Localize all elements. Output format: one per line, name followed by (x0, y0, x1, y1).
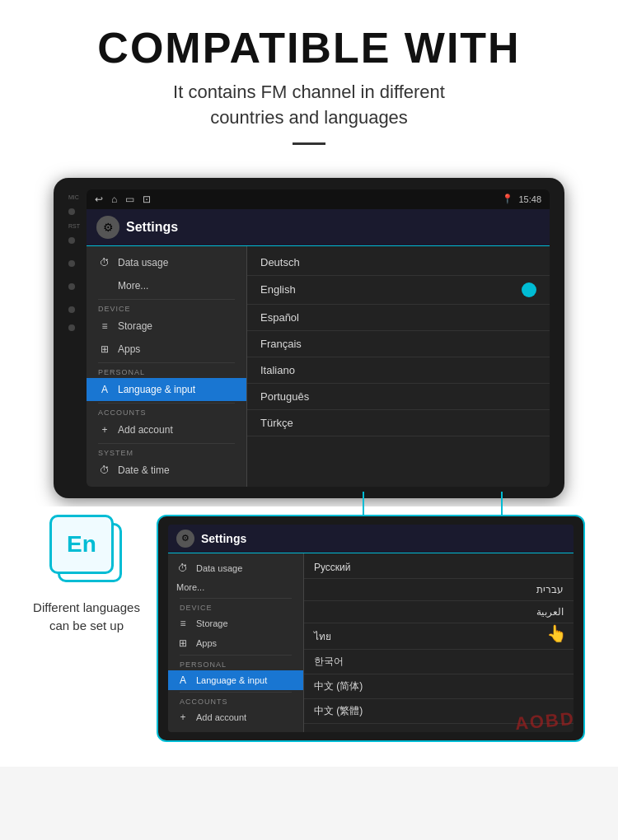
divider-accounts (98, 403, 235, 404)
second-menu-more[interactable]: More... (168, 578, 303, 596)
section-accounts: ACCOUNTS (87, 405, 246, 418)
lang-korean[interactable]: 한국어 (304, 650, 574, 674)
clock: 15:48 (518, 194, 541, 204)
section-system: SYSTEM (87, 446, 246, 459)
en-caption: Different languages can be set up (33, 599, 140, 636)
divider-system (98, 443, 235, 444)
divider-personal (98, 362, 235, 363)
header-divider (293, 142, 325, 145)
second-section-device: DEVICE (168, 600, 303, 614)
second-divider-accounts (180, 692, 292, 693)
second-section-accounts: ACCOUNTS (168, 694, 303, 707)
lang-francais[interactable]: Français (247, 331, 550, 357)
second-menu-data-usage[interactable]: ⏱ Data usage (168, 558, 303, 578)
lang-espanol[interactable]: Español (247, 305, 550, 331)
second-divider-device (180, 598, 292, 599)
lang-portugues[interactable]: Português (247, 384, 550, 410)
side-btn-vol2[interactable] (68, 324, 75, 331)
second-screen: ⚙ Settings ⏱ Data usage More... (168, 525, 574, 732)
side-btn-home[interactable] (68, 260, 75, 267)
data-usage-icon: ⏱ (98, 257, 111, 268)
second-device-container: ⚙ Settings ⏱ Data usage More... (157, 515, 585, 742)
settings-screen: ⚙ Settings ⏱ Data usage (87, 209, 550, 487)
second-menu-add-account[interactable]: + Add account (168, 707, 303, 727)
side-buttons: MIC RST (68, 189, 80, 487)
menu-item-apps[interactable]: ⊞ Apps (87, 338, 246, 361)
selected-indicator (522, 282, 536, 297)
second-divider-personal (180, 655, 292, 656)
section-device: DEVICE (87, 301, 246, 315)
main-title: COMPATIBLE WITH (16, 25, 602, 72)
lang-chinese-traditional[interactable]: 中文 (繁體) (304, 699, 574, 724)
divider-device (98, 299, 235, 300)
lang-russian[interactable]: Русский (304, 557, 574, 579)
settings-left-panel: ⏱ Data usage More... DEVICE ≡ (87, 246, 247, 487)
device-section: MIC RST ↩ ⌂ ▭ ⊡ (0, 161, 618, 506)
en-text: En (67, 531, 96, 558)
section-personal: PERSONAL (87, 365, 246, 378)
bottom-section: En Different languages can be set up ⚙ S… (0, 506, 618, 767)
side-btn-vol[interactable] (68, 306, 75, 313)
second-language-icon: A (176, 674, 190, 686)
apps-icon: ⊞ (98, 343, 111, 355)
mic-label: MIC (68, 194, 80, 200)
settings-right-panel: Deutsch English Español Français Italian… (247, 246, 550, 487)
header-section: COMPATIBLE WITH It contains FM channel i… (0, 0, 618, 161)
menu-item-storage[interactable]: ≡ Storage (87, 315, 246, 338)
settings-icon: ⚙ (96, 216, 119, 239)
location-icon: 📍 (502, 194, 513, 204)
second-storage-icon: ≡ (176, 618, 190, 629)
nav-icons: ↩ ⌂ ▭ ⊡ (95, 194, 151, 205)
second-right-panel: Русский עברית العربية ไทย 👆 한국어 中文 (简体) … (304, 553, 574, 732)
lang-deutsch[interactable]: Deutsch (247, 250, 550, 276)
back-icon[interactable]: ↩ (95, 194, 103, 205)
second-menu-apps[interactable]: ⊞ Apps (168, 633, 303, 653)
second-settings-title: Settings (201, 532, 246, 545)
storage-icon: ≡ (98, 320, 111, 332)
menu-item-add-account[interactable]: + Add account (87, 418, 246, 441)
en-box-front: En (49, 515, 114, 574)
language-icon: A (98, 384, 111, 395)
second-menu-storage[interactable]: ≡ Storage (168, 614, 303, 633)
subtitle: It contains FM channel in different coun… (16, 80, 602, 131)
datetime-icon: ⏱ (98, 464, 111, 476)
lang-arabic[interactable]: العربية (304, 601, 574, 623)
second-settings-icon: ⚙ (176, 530, 194, 548)
status-bar: ↩ ⌂ ▭ ⊡ 📍 15:48 (87, 189, 550, 209)
second-apps-icon: ⊞ (176, 637, 190, 649)
second-add-icon: + (176, 712, 190, 723)
second-settings-body: ⏱ Data usage More... DEVICE ≡ Storage (168, 553, 574, 732)
menu-item-more[interactable]: More... (87, 274, 246, 297)
settings-title: Settings (126, 220, 178, 235)
menu-item-date-time[interactable]: ⏱ Date & time (87, 459, 246, 482)
second-left-panel: ⏱ Data usage More... DEVICE ≡ Storage (168, 553, 304, 732)
lang-chinese-simplified[interactable]: 中文 (简体) (304, 674, 574, 699)
recents-icon[interactable]: ▭ (125, 194, 134, 205)
lang-italiano[interactable]: Italiano (247, 357, 550, 384)
second-menu-language[interactable]: A Language & input (168, 670, 303, 690)
status-right: 📍 15:48 (502, 194, 541, 204)
second-device: ⚙ Settings ⏱ Data usage More... (157, 515, 585, 742)
second-settings-header: ⚙ Settings (168, 525, 574, 553)
menu-item-language[interactable]: A Language & input (87, 378, 246, 401)
connector-line-v2 (363, 492, 364, 515)
main-screen: ↩ ⌂ ▭ ⊡ 📍 15:48 ⚙ Settings (87, 189, 550, 487)
second-section-personal: PERSONAL (168, 657, 303, 670)
home-icon[interactable]: ⌂ (111, 194, 117, 205)
menu-item-data-usage[interactable]: ⏱ Data usage (87, 251, 246, 274)
rst-label: RST (68, 223, 80, 229)
lang-turkce[interactable]: Türkçe (247, 410, 550, 436)
lang-english[interactable]: English (247, 276, 550, 305)
side-btn-back[interactable] (68, 283, 75, 290)
connector-line-v (501, 492, 503, 515)
second-data-usage-icon: ⏱ (176, 562, 190, 574)
en-icon-area: En Different languages can be set up (33, 515, 140, 636)
side-btn-1[interactable] (68, 208, 75, 215)
lang-hebrew[interactable]: עברית (304, 579, 574, 601)
en-icon: En (45, 515, 128, 589)
device-outer: MIC RST ↩ ⌂ ▭ ⊡ (54, 178, 564, 498)
menu-icon[interactable]: ⊡ (143, 194, 151, 205)
side-btn-power[interactable] (68, 237, 75, 244)
lang-thai[interactable]: ไทย 👆 (304, 623, 574, 650)
add-account-icon: + (98, 424, 111, 436)
